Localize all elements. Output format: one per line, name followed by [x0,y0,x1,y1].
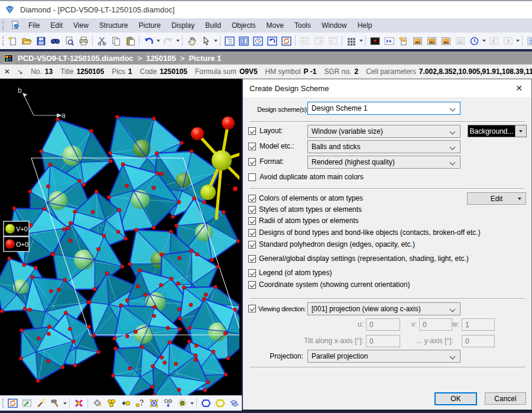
model-checkbox[interactable] [248,143,256,150]
menu-edit[interactable]: Edit [45,19,68,32]
find-atom-button[interactable] [132,397,147,410]
paste-button[interactable] [123,34,137,47]
menu-structure[interactable]: Structure [94,19,134,32]
pointer-button[interactable] [199,34,213,47]
option-checkbox-2[interactable] [248,217,256,225]
model-combo[interactable]: Balls and sticks [307,140,460,153]
coordination-sphere-button[interactable] [175,397,189,410]
nav-forward-dropdown[interactable] [515,34,520,47]
redo-dropdown[interactable] [175,34,180,47]
undo-button[interactable] [141,34,155,47]
auto-build-button[interactable] [34,397,48,410]
background-dropdown[interactable] [515,125,526,137]
menu-file[interactable]: File [23,19,45,32]
menu-tools[interactable]: Tools [289,19,316,32]
history-button[interactable] [251,34,265,47]
viewing-direction-checkbox[interactable] [248,305,256,312]
picture-2-button[interactable] [439,34,453,47]
find-button[interactable] [48,34,62,47]
refresh-view-button[interactable] [279,34,293,47]
next-picture-button[interactable] [382,34,396,47]
menu-view[interactable]: View [68,19,94,32]
dialog-close-button[interactable]: ✕ [507,79,531,97]
structure-viewport[interactable]: abV+0O+0 [0,79,239,395]
close-icon[interactable]: ✕ [4,67,10,76]
viewing-direction-combo[interactable]: [001] projection (view along c-axis) [307,302,460,315]
picture-properties-button[interactable] [20,397,34,410]
option-checkbox-4[interactable] [248,241,256,249]
print-preview-button[interactable] [62,34,76,47]
nav-back-button[interactable] [486,34,501,47]
design-scheme-combo[interactable]: Design Scheme 1 [307,102,460,115]
tree-view-button[interactable] [222,34,236,47]
cancel-button[interactable]: Cancel [485,392,526,405]
redo-button[interactable] [161,34,175,47]
picture-disabled-button[interactable] [453,34,467,47]
connect-atoms-button[interactable] [147,397,161,410]
menu-picture[interactable]: Picture [134,19,166,32]
menu-objects[interactable]: Objects [226,19,261,32]
menubar-grip[interactable] [2,21,5,30]
option-checkbox-5[interactable] [248,255,256,263]
breadcrumb-segment[interactable]: PCD-V5O9-LT-1250105.diamdoc [18,54,134,63]
pan-button[interactable] [184,34,199,47]
cut-button[interactable] [95,34,109,47]
breadcrumb-segment[interactable]: Picture 1 [189,54,221,63]
polyhedron-yellow-button[interactable] [213,397,227,410]
data-brief-button[interactable] [326,34,340,47]
structure-grid-button[interactable] [344,34,358,47]
copy-button[interactable] [109,34,123,47]
split-panes-button[interactable] [236,34,251,47]
new-picture-button[interactable] [396,34,410,47]
pointer-dropdown[interactable] [213,34,218,47]
picture-1-button[interactable] [410,34,424,47]
layout-combo[interactable]: Window (variable size) [307,125,460,138]
menu-move[interactable]: Move [261,19,289,32]
edit-button[interactable]: Edit [467,192,526,205]
polyhedron-blue-button[interactable] [199,397,213,410]
recent-button[interactable] [467,34,481,47]
format-checkbox[interactable] [248,158,256,166]
layout-checkbox[interactable] [248,127,256,135]
undo-view-button[interactable] [265,34,279,47]
option-checkbox-6[interactable] [248,269,256,277]
undo-dropdown[interactable] [155,34,161,47]
list-view-button[interactable] [524,34,532,47]
ok-button[interactable]: OK [434,392,477,405]
build-tool-button[interactable] [48,397,62,410]
background-color-button[interactable]: Background... [468,125,527,137]
complete-fragment-button[interactable] [161,397,175,410]
option-checkbox-3[interactable] [248,229,256,237]
toolbar-grip[interactable] [2,36,4,46]
edit-dropdown[interactable] [518,198,521,200]
recent-dropdown[interactable] [481,34,486,47]
option-checkbox-1[interactable] [248,206,256,214]
menu-display[interactable]: Display [166,19,200,32]
insert-atom-button[interactable] [118,397,132,410]
new-document-button[interactable] [5,34,20,47]
collapse-icon[interactable]: ↘ [17,67,23,76]
projection-combo[interactable]: Parallel projection [307,350,460,363]
polyhedra-stack-button[interactable] [227,397,241,410]
format-combo[interactable]: Rendered (highest quality) [307,156,460,169]
menu-help[interactable]: Help [352,19,378,32]
bottom-toolbar-grip[interactable] [2,399,4,408]
menu-build[interactable]: Build [200,19,226,32]
data-sheet-button[interactable] [312,34,326,47]
breadcrumb-segment[interactable]: 1250105 [146,54,176,63]
option-checkbox-0[interactable] [248,195,256,202]
slide-show-button[interactable] [368,34,382,47]
coordination-sphere-dropdown[interactable] [189,397,194,410]
update-picture-button[interactable] [5,397,20,410]
save-button[interactable] [34,34,48,47]
menu-window[interactable]: Window [316,19,352,32]
table-editor-button[interactable] [297,34,312,47]
open-button[interactable] [20,34,34,47]
avoid-duplicate-checkbox[interactable] [248,173,256,181]
picture-copy-button[interactable] [424,34,439,47]
structure-grid-dropdown[interactable] [358,34,364,47]
fill-cell-button[interactable] [90,397,104,410]
nav-forward-button[interactable] [501,34,515,47]
add-atoms-button[interactable] [104,397,118,410]
print-button[interactable] [76,34,90,47]
